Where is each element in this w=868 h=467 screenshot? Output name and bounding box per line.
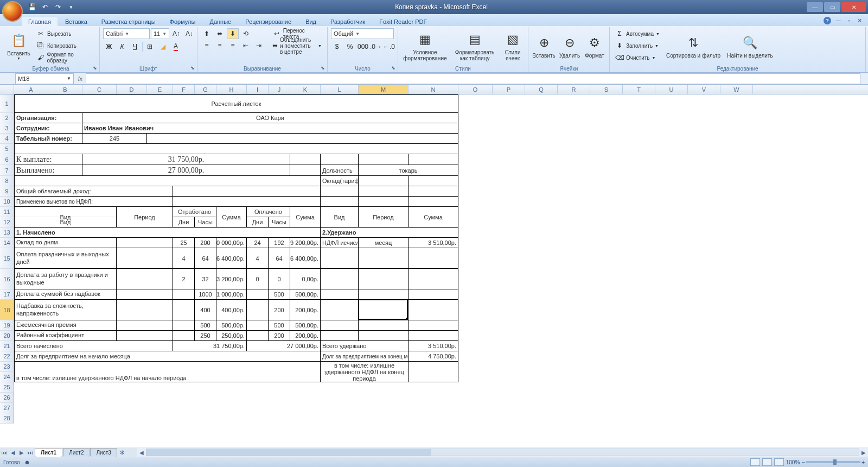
cell[interactable]: 27 000,00р.	[82, 165, 290, 176]
dialog-launcher-icon[interactable]: ⬊	[320, 65, 326, 71]
cell[interactable]: Доплата суммой без надбавок	[14, 289, 117, 300]
cell[interactable]	[321, 186, 359, 197]
cell[interactable]: 24	[247, 238, 269, 248]
sheet-tab-2[interactable]: Лист2	[63, 448, 90, 457]
decrease-indent-icon[interactable]: ⇤	[240, 40, 252, 51]
fill-color-button[interactable]: ◢	[157, 41, 169, 52]
col-header-V[interactable]: V	[688, 85, 720, 94]
row-header-12[interactable]: 12	[0, 217, 14, 228]
row-header-28[interactable]: 28	[0, 413, 14, 424]
cell[interactable]: 20 000,00р.	[216, 238, 247, 248]
cell[interactable]	[409, 289, 458, 300]
increase-font-icon[interactable]: A↑	[170, 28, 182, 39]
view-pagebreak-icon[interactable]	[774, 458, 784, 466]
cell[interactable]: Часы	[269, 217, 290, 228]
close-button[interactable]: ✕	[841, 2, 866, 12]
col-header-L[interactable]: L	[321, 85, 359, 94]
cell[interactable]: Часы	[195, 217, 216, 228]
col-header-G[interactable]: G	[195, 85, 216, 94]
row-header-26[interactable]: 26	[0, 393, 14, 403]
cell[interactable]	[247, 320, 269, 331]
cell[interactable]: Оплата праздничных и выходных дней	[14, 248, 117, 269]
cell[interactable]	[409, 331, 458, 341]
merge-center-button[interactable]: ⬌Объединить и поместить в центре▼	[270, 40, 324, 51]
cell[interactable]: 0,00р.	[290, 269, 321, 289]
cell[interactable]	[247, 289, 269, 300]
cell[interactable]	[173, 186, 321, 197]
cell[interactable]: 2	[173, 269, 195, 289]
col-header-F[interactable]: F	[173, 85, 195, 94]
align-left-icon[interactable]: ≡	[201, 40, 213, 51]
cell[interactable]: 200,00р.	[290, 331, 321, 341]
view-layout-icon[interactable]	[762, 458, 772, 466]
cell[interactable]	[359, 186, 409, 197]
cell[interactable]: 1. Начислено	[14, 228, 321, 238]
cell[interactable]	[117, 289, 173, 300]
maximize-button[interactable]: ▭	[824, 2, 840, 12]
sheet-tab-1[interactable]: Лист1	[35, 448, 62, 457]
cell[interactable]: 192	[269, 238, 290, 248]
cell[interactable]: 400,00р.	[216, 300, 247, 320]
tab-home[interactable]: Главная	[22, 17, 58, 26]
cell[interactable]	[321, 320, 359, 331]
fx-icon[interactable]: fx	[75, 75, 86, 82]
cell[interactable]	[290, 165, 321, 176]
cell[interactable]: 27 000,00р.	[247, 341, 321, 351]
cell[interactable]	[173, 331, 195, 341]
row-header-1[interactable]: 1	[0, 94, 14, 113]
tab-review[interactable]: Рецензирование	[239, 17, 298, 26]
qat-dropdown[interactable]: ▼	[65, 2, 77, 12]
qat-undo[interactable]: ↶	[39, 2, 51, 12]
cell[interactable]: месяц	[359, 238, 409, 248]
row-header-8[interactable]: 8	[0, 176, 14, 186]
cell[interactable]: Выплачено:	[14, 165, 82, 176]
increase-decimal-icon[interactable]: .0→	[370, 41, 382, 52]
tab-insert[interactable]: Вставка	[59, 17, 94, 26]
clear-button[interactable]: ⌫Очистить▼	[613, 52, 662, 63]
cell[interactable]: 245	[82, 134, 147, 144]
cell[interactable]: 64	[195, 248, 216, 269]
cell[interactable]: Организация:	[14, 113, 82, 123]
cell[interactable]	[359, 320, 409, 331]
cell[interactable]: 200	[269, 331, 290, 341]
cell[interactable]: Долг за предприятием на начало месяца	[14, 351, 321, 362]
cell[interactable]: 200	[195, 238, 216, 248]
cell[interactable]: 3 510,00р.	[409, 238, 458, 248]
cell[interactable]: 500,00р.	[216, 320, 247, 331]
cell[interactable]	[359, 197, 409, 207]
zoom-in-icon[interactable]: +	[861, 459, 865, 465]
cell[interactable]: 250,00р.	[216, 331, 247, 341]
cell[interactable]	[117, 300, 173, 320]
cell[interactable]	[359, 176, 409, 186]
tab-data[interactable]: Данные	[203, 17, 238, 26]
cell[interactable]: 0	[269, 269, 290, 289]
cell[interactable]: 3 510,00р.	[409, 341, 458, 351]
cell[interactable]: 25	[173, 238, 195, 248]
percent-icon[interactable]: %	[344, 41, 356, 52]
cell[interactable]: Надбавка за сложность, напряженность	[14, 300, 117, 320]
office-button[interactable]	[2, 1, 23, 22]
tab-view[interactable]: Вид	[299, 17, 323, 26]
cell[interactable]: Отработано	[173, 207, 216, 217]
cell[interactable]	[247, 300, 269, 320]
col-header-T[interactable]: T	[623, 85, 655, 94]
cell[interactable]: Сотрудник:	[14, 123, 82, 134]
cell[interactable]: 250	[195, 331, 216, 341]
cell[interactable]: Должность	[321, 165, 359, 176]
cell[interactable]: 4 750,00р.	[409, 351, 458, 362]
col-header-A[interactable]: A	[14, 85, 48, 94]
format-painter-button[interactable]: 🖌Формат по образцу	[34, 52, 96, 63]
cell[interactable]: Применено вычетов по НДФЛ:	[14, 197, 173, 207]
cell[interactable]	[117, 248, 173, 269]
conditional-format-button[interactable]: ▦Условное форматирование	[401, 28, 449, 64]
format-table-button[interactable]: ▤Форматировать как таблицу	[451, 28, 499, 64]
macro-record-icon[interactable]: ⏺	[24, 459, 30, 465]
tab-layout[interactable]: Разметка страницы	[95, 17, 162, 26]
row-header-7[interactable]: 7	[0, 165, 14, 176]
row-header-9[interactable]: 9	[0, 186, 14, 197]
cell[interactable]: 500	[269, 320, 290, 331]
worksheet[interactable]: ABCDEFGHIJKLMNOPQRSTUVW 1234567891011121…	[0, 85, 868, 447]
col-header-U[interactable]: U	[655, 85, 688, 94]
cell[interactable]: Дни	[247, 217, 269, 228]
dialog-launcher-icon[interactable]: ⬊	[390, 65, 397, 71]
